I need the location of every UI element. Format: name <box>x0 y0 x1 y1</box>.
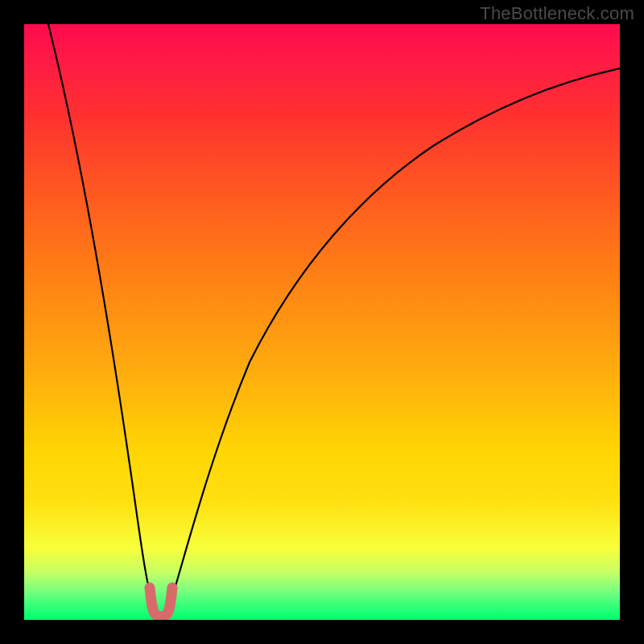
plot-area <box>24 24 620 620</box>
watermark-text: TheBottleneck.com <box>480 3 634 24</box>
highlight-segment <box>150 588 172 617</box>
chart-frame: TheBottleneck.com <box>0 0 644 644</box>
curve-layer <box>24 24 620 620</box>
main-curve <box>48 24 620 616</box>
